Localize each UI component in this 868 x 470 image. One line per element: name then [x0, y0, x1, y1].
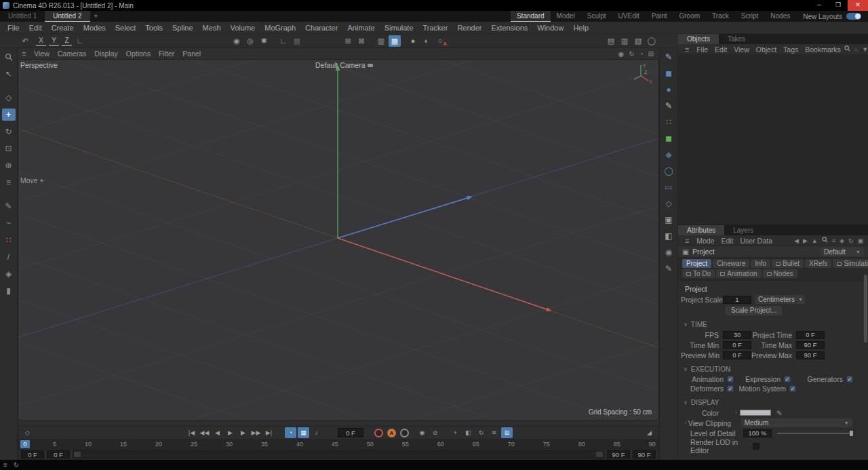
field-icon[interactable]: ◼ — [661, 132, 676, 145]
key-rotation-icon[interactable]: ↻ — [475, 427, 487, 438]
atab-animation[interactable]: Animation — [716, 269, 761, 278]
live-selection-icon[interactable] — [2, 51, 16, 63]
time-min-field[interactable]: 0 F — [723, 341, 751, 349]
render-picture-viewer-icon[interactable]: ◎ — [244, 35, 256, 47]
play-button[interactable]: ▶ — [224, 427, 236, 438]
attributes-refresh-icon[interactable]: ↻ — [848, 237, 854, 244]
range-end-field[interactable]: 90 F — [633, 450, 656, 458]
plane-object-icon[interactable]: ▭ — [661, 180, 676, 194]
view-clipping-dropdown[interactable]: Medium ▼ — [741, 418, 852, 427]
menu-render[interactable]: Render — [452, 24, 486, 32]
history-forward-icon[interactable]: ▶ — [803, 237, 808, 244]
motion-system-checkbox[interactable]: ✓ — [789, 385, 796, 392]
volume-icon[interactable]: ◆ — [661, 148, 676, 161]
execution-section-header[interactable]: ∨ EXECUTION — [678, 360, 868, 374]
vp-sync-icon[interactable]: ↻ — [629, 50, 634, 58]
ruler-icon[interactable]: ∟ — [277, 35, 290, 47]
menu-animate[interactable]: Animate — [342, 24, 379, 32]
preset-dropdown[interactable]: Default ▼ — [821, 248, 864, 256]
timeline-window-icon[interactable]: ◢ — [644, 427, 655, 438]
layout-tab-track[interactable]: Track — [706, 11, 735, 22]
goto-end-button[interactable]: ▶| — [263, 427, 275, 438]
make-editable-icon[interactable]: ◇ — [2, 92, 16, 104]
minimize-button[interactable]: ─ — [810, 0, 829, 11]
current-frame-field[interactable]: 0 F — [338, 428, 363, 437]
record-button[interactable] — [373, 427, 384, 438]
spline-tool-icon[interactable]: ~ — [2, 217, 16, 229]
menu-spline[interactable]: Spline — [167, 24, 198, 32]
objects-home-icon[interactable]: ⌂ — [854, 46, 858, 53]
menu-character[interactable]: Character — [300, 24, 342, 32]
polygon-pen-icon[interactable]: ✎ — [661, 50, 676, 64]
view-panel-4-icon[interactable]: ▧ — [632, 35, 644, 47]
vp-camera-toggle-icon[interactable]: ◉ — [618, 50, 624, 58]
time-section-header[interactable]: ∨ TIME — [678, 315, 868, 330]
menu-extensions[interactable]: Extensions — [486, 24, 532, 32]
vp-layout-icon[interactable]: ⊞ — [648, 50, 654, 58]
preview-range-slider[interactable] — [73, 450, 604, 458]
atab-info[interactable]: Info — [751, 259, 770, 268]
mograph-cloner-icon[interactable]: ∷ — [661, 115, 676, 129]
menu-edit[interactable]: Edit — [24, 24, 47, 32]
objects-menu-edit[interactable]: Edit — [711, 45, 730, 54]
menu-file[interactable]: File — [3, 24, 24, 32]
color-swatch[interactable] — [740, 410, 771, 416]
console-icon[interactable]: ≡ — [3, 461, 7, 469]
vp-menu-view[interactable]: View — [30, 50, 54, 58]
fps-field[interactable]: 30 — [723, 331, 751, 339]
vp-menu-options[interactable]: Options — [122, 50, 155, 58]
objects-menu-tags[interactable]: Tags — [780, 45, 802, 54]
vp-menu-panel[interactable]: Panel — [178, 50, 205, 58]
axis-mode-icon[interactable]: ⊕ — [2, 159, 16, 172]
magnet-tool-icon[interactable]: ◈ — [2, 268, 16, 280]
axis-lock-x-button[interactable]: X — [36, 36, 46, 46]
goto-start-button[interactable]: |◀ — [186, 427, 197, 438]
objects-menu-bookmarks[interactable]: Bookmarks — [802, 45, 844, 54]
vp-menu-filter[interactable]: Filter — [155, 50, 178, 58]
range-start-field[interactable]: 0 F — [21, 450, 44, 458]
attributes-menu-userdata[interactable]: User Data — [737, 237, 776, 245]
objects-search-icon[interactable] — [844, 45, 850, 53]
workplane-icon[interactable]: ⊞ — [342, 35, 354, 47]
objects-menu-file[interactable]: File — [693, 45, 711, 54]
atab-simulation[interactable]: Simulation — [833, 259, 868, 268]
preview-end-field[interactable]: 90 F — [607, 450, 630, 458]
axis-lock-y-button[interactable]: Y — [49, 36, 59, 46]
set-keyframe-icon[interactable]: ◇ — [22, 427, 33, 438]
prev-key-button[interactable]: ◀◀ — [199, 427, 210, 438]
tab-attributes[interactable]: Attributes — [678, 225, 724, 235]
time-max-field[interactable]: 90 F — [796, 341, 825, 349]
sync-icon[interactable]: ↻ — [14, 461, 19, 469]
preview-max-field[interactable]: 90 F — [796, 351, 825, 359]
parent-up-icon[interactable]: ▲ — [812, 237, 818, 244]
viewport-menu-icon[interactable]: ≡ — [18, 50, 30, 58]
close-button[interactable]: ✕ — [848, 0, 868, 11]
attributes-lock-icon[interactable]: ◈ — [840, 237, 844, 244]
undo-icon[interactable]: ↶ — [19, 35, 31, 47]
render-lod-checkbox[interactable] — [753, 443, 760, 450]
menu-tools[interactable]: Tools — [140, 24, 167, 32]
layout-tab-groom[interactable]: Groom — [673, 11, 707, 22]
keyframe-selection-button[interactable] — [399, 427, 410, 438]
menu-volume[interactable]: Volume — [226, 24, 260, 32]
paint-tool-icon[interactable]: ∷ — [2, 234, 16, 246]
history-back-icon[interactable]: ◀ — [794, 237, 799, 244]
attributes-panel-icon[interactable]: ▣ — [857, 237, 863, 244]
select-arrow-icon[interactable]: ↖ — [2, 68, 16, 80]
menu-help[interactable]: Help — [568, 24, 593, 32]
atab-todo[interactable]: To Do — [682, 269, 715, 278]
rotate-tool-icon[interactable]: ↻ — [2, 125, 16, 138]
expression-checkbox[interactable]: ✓ — [784, 376, 791, 383]
render-settings-icon[interactable]: ✱ — [258, 35, 270, 47]
material-preview-icon[interactable]: ◯ — [646, 35, 658, 47]
atab-bullet[interactable]: Bullet — [772, 259, 804, 268]
material-icon[interactable]: ◉ — [661, 246, 676, 259]
objects-menu-object[interactable]: Object — [753, 45, 780, 54]
menu-select[interactable]: Select — [111, 24, 141, 32]
menu-create[interactable]: Create — [47, 24, 79, 32]
menu-window[interactable]: Window — [532, 24, 568, 32]
workplane-lock-icon[interactable]: ⊠ — [355, 35, 368, 47]
project-scale-field[interactable]: 1 — [723, 296, 751, 304]
sphere-object-icon[interactable]: ● — [661, 83, 676, 96]
attributes-search-icon[interactable] — [822, 237, 828, 244]
